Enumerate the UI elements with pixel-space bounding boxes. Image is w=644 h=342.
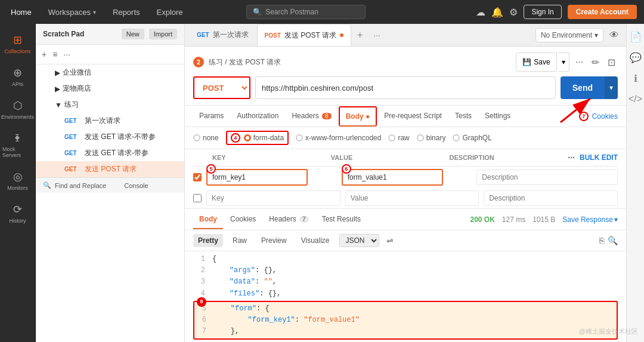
create-account-button[interactable]: Create Account (568, 5, 637, 19)
save-response-button[interactable]: Save Response ▾ (562, 215, 618, 224)
tree-item-qiwei[interactable]: ▶ 企业微信 (36, 64, 184, 81)
description-input[interactable] (476, 170, 618, 185)
resp-view-pretty[interactable]: Pretty (193, 234, 223, 247)
env-label: No Environment (541, 31, 592, 39)
more-icon[interactable]: ··· (568, 153, 575, 162)
tab-body[interactable]: Body ● (339, 106, 377, 127)
list-item-first-request[interactable]: GET 第一次请求 (36, 113, 184, 129)
tab-first-request[interactable]: GET 第一次请求 (190, 24, 256, 46)
resp-view-raw[interactable]: Raw (228, 234, 252, 247)
eye-icon[interactable]: 👁 (607, 27, 621, 43)
url-input[interactable] (255, 76, 556, 99)
sidebar-item-environments[interactable]: ⬡ Environments (0, 94, 35, 125)
find-replace-bar[interactable]: 🔍 Find and Replace Console (36, 177, 184, 193)
info-icon[interactable]: ℹ (631, 70, 640, 87)
send-button[interactable]: Send (561, 76, 605, 99)
tab-tests[interactable]: Tests (449, 107, 478, 126)
nav-workspaces[interactable]: Workspaces ▾ (45, 5, 100, 19)
tab-post-request[interactable]: POST 发送 POST 请求 (257, 24, 351, 46)
body-option-graphql[interactable]: GraphQL (453, 134, 491, 142)
method-badge: GET (64, 150, 81, 156)
resp-tab-headers[interactable]: Headers 7 (263, 210, 314, 229)
more-options-icon[interactable]: ··· (573, 54, 586, 70)
environment-selector[interactable]: No Environment ▾ (535, 28, 603, 42)
search-bar[interactable]: 🔍 Search Postman (246, 5, 366, 19)
radio-binary (417, 134, 424, 141)
method-select[interactable]: POST GET PUT DELETE (193, 76, 250, 99)
response-content-toolbar: Pretty Raw Preview Visualize JSON XML HT… (185, 230, 626, 251)
tab-authorization[interactable]: Authorization (231, 107, 284, 126)
new-button[interactable]: New (122, 29, 144, 39)
bell-icon[interactable]: 🔔 (491, 7, 503, 18)
tab-settings[interactable]: Settings (479, 107, 516, 126)
search-response-icon[interactable]: 🔍 (608, 236, 618, 245)
sidebar-item-mock-servers[interactable]: ⧱ Mock Servers (0, 127, 35, 163)
sidebar-item-history[interactable]: ⟳ History (0, 198, 35, 229)
save-button-group: 💾 Save ▾ (516, 53, 569, 72)
cookies-link[interactable]: Cookies (592, 112, 618, 121)
key-input[interactable] (206, 169, 308, 186)
body-option-urlencoded[interactable]: x-www-form-urlencoded (296, 134, 381, 142)
body-option-raw[interactable]: raw (388, 134, 409, 142)
send-dropdown-button[interactable]: ▾ (605, 76, 618, 99)
key-input-empty[interactable] (206, 190, 340, 206)
resp-tab-body[interactable]: Body (193, 210, 223, 229)
value-input-empty[interactable] (345, 190, 479, 206)
nav-home[interactable]: Home (7, 5, 35, 19)
tab-params[interactable]: Params (193, 107, 230, 126)
resp-tab-cookies[interactable]: Cookies (224, 210, 262, 229)
resp-tab-test-results[interactable]: Test Results (316, 210, 367, 229)
edit-icon[interactable]: ✏ (589, 54, 602, 70)
resp-toolbar-icons: ⎘ 🔍 (599, 236, 618, 245)
filter-icon[interactable]: ≡ (51, 48, 58, 60)
nav-reports[interactable]: Reports (109, 5, 144, 19)
sidebar-item-collections[interactable]: ⊞ Collections (0, 29, 35, 59)
tab-headers[interactable]: Headers 8 (286, 107, 337, 126)
bulk-edit-button[interactable]: Bulk Edit (580, 153, 618, 162)
value-input[interactable] (342, 169, 443, 186)
sidebar-label-history: History (9, 218, 26, 224)
add-tab-button[interactable]: + (352, 27, 367, 43)
tab-pre-request[interactable]: Pre-request Script (378, 107, 448, 126)
tree-item-name: 发送 GET 请求-不带参 (85, 132, 156, 142)
row-checkbox[interactable] (193, 173, 202, 181)
sign-in-button[interactable]: Sign In (524, 5, 561, 19)
desc-input-empty[interactable] (484, 190, 618, 206)
save-button[interactable]: 💾 Save (516, 53, 556, 72)
more-options-icon[interactable]: ··· (62, 48, 72, 60)
cloud-icon[interactable]: ☁ (476, 7, 485, 18)
sidebar-item-apis[interactable]: ⊕ APIs (0, 61, 35, 92)
chevron-right-icon: ▶ (55, 69, 60, 77)
add-collection-button[interactable]: + (41, 48, 48, 60)
code-icon[interactable]: </> (626, 91, 644, 107)
wrap-icon[interactable]: ⇌ (386, 236, 394, 245)
tree-item-practice[interactable]: ▼ 练习 (36, 97, 184, 113)
nav-explore[interactable]: Explore (153, 5, 187, 19)
tree-item-petstore[interactable]: ▶ 宠物商店 (36, 81, 184, 97)
list-item-post-request[interactable]: GET 发送 POST 请求 (36, 161, 184, 177)
documentation-icon[interactable]: 📄 (627, 29, 644, 45)
body-option-form-data[interactable]: 4 form-data (226, 131, 289, 145)
format-select[interactable]: JSON XML HTML Text (339, 234, 379, 247)
body-option-binary[interactable]: binary (417, 134, 446, 142)
description-column-header: DESCRIPTION (450, 154, 564, 161)
share-icon[interactable]: ⊡ (605, 54, 618, 70)
resp-view-preview[interactable]: Preview (256, 234, 292, 247)
import-button[interactable]: Import (149, 29, 177, 39)
more-tabs-icon[interactable]: ··· (369, 28, 385, 42)
row-checkbox-empty[interactable] (193, 194, 202, 202)
sidebar-item-monitors[interactable]: ◎ Monitors (0, 165, 35, 196)
radio-raw (388, 134, 395, 141)
copy-icon[interactable]: ⎘ (599, 236, 604, 245)
response-size: 1015 B (532, 215, 555, 224)
list-item-get-no-param[interactable]: GET 发送 GET 请求-不带参 (36, 129, 184, 145)
body-option-none[interactable]: none (193, 134, 219, 142)
chevron-down-icon: ▼ (55, 101, 62, 109)
list-item-get-with-param[interactable]: GET 发送 GET 请求-带参 (36, 145, 184, 161)
tree-label: 宠物商店 (63, 84, 91, 94)
comment-icon[interactable]: 💬 (627, 50, 644, 66)
method-badge: GET (64, 166, 81, 172)
resp-view-visualize[interactable]: Visualize (296, 234, 335, 247)
settings-icon[interactable]: ⚙ (509, 7, 518, 18)
save-dropdown-button[interactable]: ▾ (558, 53, 569, 72)
